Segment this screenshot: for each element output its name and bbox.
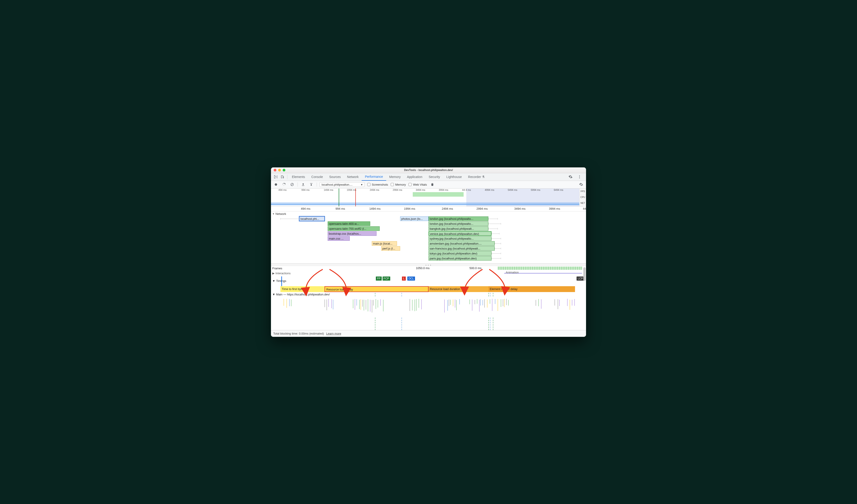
svg-line-5 — [291, 184, 293, 186]
scrollbar[interactable] — [583, 267, 586, 281]
tab-lighthouse[interactable]: Lighthouse — [443, 173, 465, 181]
svg-point-3 — [275, 183, 277, 186]
tab-elements[interactable]: Elements — [289, 173, 308, 181]
network-request[interactable]: tokyo.jpg (localhost.philipwalton.dev) — [428, 251, 491, 256]
network-request[interactable]: sydney.jpg (localhost.philipwalto... — [428, 236, 491, 241]
network-request[interactable]: main.js (local... — [372, 241, 397, 246]
network-request[interactable]: opensans-latin-400.w... — [328, 221, 370, 226]
svg-point-1 — [579, 177, 580, 177]
net-stripe — [271, 203, 579, 205]
network-request[interactable]: amsterdam.jpg (localhost.philipwalton...… — [428, 241, 495, 246]
tab-network[interactable]: Network — [344, 173, 362, 181]
network-request[interactable]: bootstrap.css (localhos... — [328, 231, 376, 236]
inspect-element-icon[interactable] — [272, 174, 279, 180]
network-request[interactable]: perf.js (l... — [381, 246, 400, 251]
frame-time: 1050.0 ms — [416, 266, 430, 270]
tab-application[interactable]: Application — [404, 173, 425, 181]
clear-icon[interactable] — [289, 182, 295, 187]
profile-select-value: localhost.philipwalton.... — [322, 183, 352, 186]
net-label: NET — [579, 200, 586, 206]
tab-recorder[interactable]: Recorder ⚗ — [465, 173, 488, 181]
timings-row[interactable]: ▼ Timings FPFCPLDCLLCP — [271, 276, 586, 286]
timing-marker-lcp[interactable]: LCP — [576, 276, 584, 281]
tab-performance[interactable]: Performance — [362, 173, 386, 181]
collapse-arrow-icon: ▼ — [272, 293, 275, 296]
timing-marker-dcl[interactable]: DCL — [407, 276, 415, 281]
network-request[interactable]: opensans-latin-700.woff2 (l... — [328, 226, 380, 231]
tab-security[interactable]: Security — [425, 173, 443, 181]
timing-marker-fcp[interactable]: FCP — [383, 276, 390, 281]
cpu-label: CPU — [579, 195, 586, 200]
web-vitals-checkbox[interactable]: Web Vitals — [408, 183, 427, 186]
lcp-segment-rld[interactable]: Resource load delay — [324, 286, 428, 292]
tab-sources[interactable]: Sources — [326, 173, 344, 181]
devtools-window: DevTools - localhost.philipwalton.dev/ E… — [271, 167, 586, 337]
frame-time: 500.0 ms — [469, 266, 482, 270]
trash-icon[interactable] — [430, 182, 435, 187]
timing-marker-l[interactable]: L — [402, 276, 406, 281]
lcp-breakdown-row[interactable]: Time to first byteResource load delayRes… — [271, 286, 586, 292]
screenshots-checkbox[interactable]: Screenshots — [367, 183, 388, 186]
window-title: DevTools - localhost.philipwalton.dev/ — [271, 169, 586, 172]
interactions-row[interactable]: ▶ Interactions Animation — [271, 271, 586, 276]
network-request[interactable]: photos.json (lo... — [400, 216, 428, 221]
network-request[interactable]: bangkok.jpg (localhost.philipwalt... — [428, 226, 488, 231]
profile-select[interactable]: localhost.philipwalton.... ▾ — [320, 182, 365, 187]
main-thread-label[interactable]: ▼ Main — https://localhost.philipwalton.… — [271, 292, 586, 297]
blocking-time-text: Total blocking time: 0.00ms (estimated) — [273, 332, 324, 335]
learn-more-link[interactable]: Learn more — [326, 332, 341, 335]
collapse-arrow-icon: ▼ — [272, 213, 274, 215]
capture-settings-icon[interactable] — [578, 182, 584, 187]
timing-origin-bar — [281, 276, 282, 286]
tab-console[interactable]: Console — [308, 173, 326, 181]
frames-row[interactable]: Frames 1050.0 ms 500.0 ms — [271, 266, 586, 271]
kebab-menu-icon[interactable] — [576, 174, 583, 180]
performance-toolbar: localhost.philipwalton.... ▾ Screenshots… — [271, 181, 586, 188]
timeline-ruler[interactable]: 494 ms994 ms1494 ms1994 ms2494 ms2994 ms… — [271, 206, 586, 212]
tab-memory[interactable]: Memory — [386, 173, 404, 181]
network-section-label[interactable]: ▼ Network — [271, 212, 586, 216]
main-thread-track[interactable] — [271, 297, 586, 317]
memory-checkbox[interactable]: Memory — [391, 183, 406, 186]
pane-resizer[interactable]: • • • — [271, 264, 586, 266]
collapse-arrow-icon: ▼ — [272, 279, 275, 283]
animation-label: Animation — [506, 271, 519, 274]
lcp-segment-rdur[interactable]: Resource load duration — [428, 286, 488, 292]
network-request[interactable]: main.css ... — [328, 236, 350, 241]
panel-tabs: ElementsConsoleSourcesNetworkPerformance… — [271, 173, 586, 181]
overview-ruler[interactable]: 494 ms994 ms1494 ms1994 ms2494 ms2994 ms… — [271, 188, 586, 206]
fps-label: FPS — [579, 188, 586, 195]
fps-block — [413, 192, 464, 197]
separator — [287, 174, 287, 179]
svg-point-0 — [579, 175, 580, 176]
flame-panel[interactable]: Frames 1050.0 ms 500.0 ms ▶ Interactions… — [271, 266, 586, 330]
timing-marker-fp[interactable]: FP — [376, 276, 382, 281]
network-lane[interactable]: localhost.phi...opensans-latin-400.w...o… — [271, 216, 586, 264]
svg-point-2 — [579, 178, 580, 179]
settings-icon[interactable] — [567, 174, 574, 180]
device-toolbar-icon[interactable] — [279, 174, 286, 180]
titlebar: DevTools - localhost.philipwalton.dev/ — [271, 167, 586, 173]
save-profile-icon[interactable] — [308, 182, 314, 187]
network-request[interactable]: san-francisco.jpg (localhost.philipwalt.… — [428, 246, 495, 251]
network-request[interactable]: london.jpg (localhost.philipwalto... — [428, 216, 488, 221]
footer: Total blocking time: 0.00ms (estimated) … — [271, 330, 586, 337]
overview-side-labels: FPS CPU NET — [579, 188, 586, 206]
chevron-down-icon: ▾ — [361, 183, 363, 186]
lcp-segment-ttfb[interactable]: Time to first byte — [281, 286, 324, 292]
network-request[interactable]: paris.jpg (localhost.philipwalton.dev) — [428, 256, 491, 261]
net-stripe2 — [271, 202, 579, 203]
reload-record-icon[interactable] — [281, 182, 287, 187]
network-request[interactable]: london.jpg (localhost.philipwalto... — [428, 221, 488, 226]
record-icon[interactable] — [273, 182, 279, 187]
network-request[interactable]: localhost.phi... — [299, 216, 324, 221]
frames-stripes — [498, 267, 583, 270]
expand-arrow-icon: ▶ — [272, 272, 274, 275]
lcp-segment-erd[interactable]: Element render delay — [488, 286, 575, 292]
load-profile-icon[interactable] — [300, 182, 306, 187]
network-request[interactable]: venice.jpg (localhost.philipwalton.dev) — [428, 231, 491, 236]
